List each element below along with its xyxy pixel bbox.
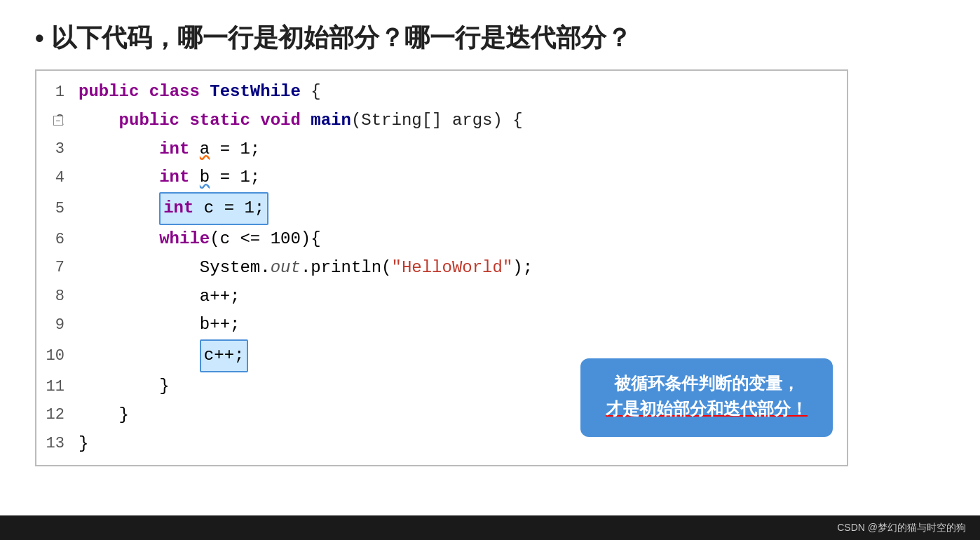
line-num-10: 10 (43, 343, 79, 369)
line-num-3: 3 (43, 136, 79, 162)
line-content-9: b++; (79, 311, 840, 339)
watermark-text: CSDN @梦幻的猫与时空的狗 (837, 522, 966, 534)
code-line-1: 1 public class TestWhile { (36, 78, 847, 107)
code-line-8: 8 a++; (36, 283, 847, 311)
line-num-7: 7 (43, 255, 79, 281)
line-num-2: 2 (43, 108, 79, 134)
line-num-6: 6 (43, 227, 79, 252)
code-line-9: 9 b++; (36, 311, 847, 339)
line-content-3: int a = 1; (79, 135, 840, 164)
line-num-12: 12 (43, 402, 79, 428)
code-line-4: 4 int b = 1; (36, 163, 847, 192)
code-line-5: 5 int c = 1; (36, 192, 847, 225)
line-content-6: while(c <= 100){ (79, 225, 840, 254)
line-content-4: int b = 1; (79, 163, 840, 192)
line-num-9: 9 (43, 312, 79, 338)
bottom-bar: CSDN @梦幻的猫与时空的狗 (0, 515, 980, 540)
code-line-7: 7 System.out.println("HelloWorld"); (36, 254, 847, 283)
line-num-4: 4 (43, 165, 79, 191)
line-content-7: System.out.println("HelloWorld"); (79, 254, 840, 283)
line-num-11: 11 (43, 374, 79, 400)
line-content-5: int c = 1; (79, 192, 840, 225)
line-num-1: 1 (43, 79, 79, 105)
line-content-8: a++; (79, 283, 840, 311)
code-line-3: 3 int a = 1; (36, 135, 847, 164)
question-heading: • 以下代码，哪一行是初始部分？哪一行是迭代部分？ (35, 21, 945, 55)
tooltip-line2: 才是初始部分和迭代部分！ (601, 398, 812, 423)
code-line-6: 6 while(c <= 100){ (36, 225, 847, 254)
tooltip-line1: 被循环条件判断的变量， (601, 372, 812, 398)
bullet-point: • (35, 24, 44, 53)
line-num-5: 5 (43, 196, 79, 222)
line-content-2: public static void main(String[] args) { (79, 107, 840, 135)
slide-container: • 以下代码，哪一行是初始部分？哪一行是迭代部分？ 1 public class… (0, 0, 980, 540)
question-text: 以下代码，哪一行是初始部分？哪一行是迭代部分？ (51, 21, 632, 55)
tooltip-line2-text: 才是初始部分和迭代部分！ (606, 400, 808, 419)
line-content-1: public class TestWhile { (79, 78, 840, 107)
line-num-13: 13 (43, 431, 79, 457)
tooltip-bubble: 被循环条件判断的变量， 才是初始部分和迭代部分！ (580, 358, 833, 437)
code-box: 1 public class TestWhile { 2 public stat… (35, 69, 848, 466)
code-line-2: 2 public static void main(String[] args)… (36, 107, 847, 135)
line-num-8: 8 (43, 283, 79, 309)
